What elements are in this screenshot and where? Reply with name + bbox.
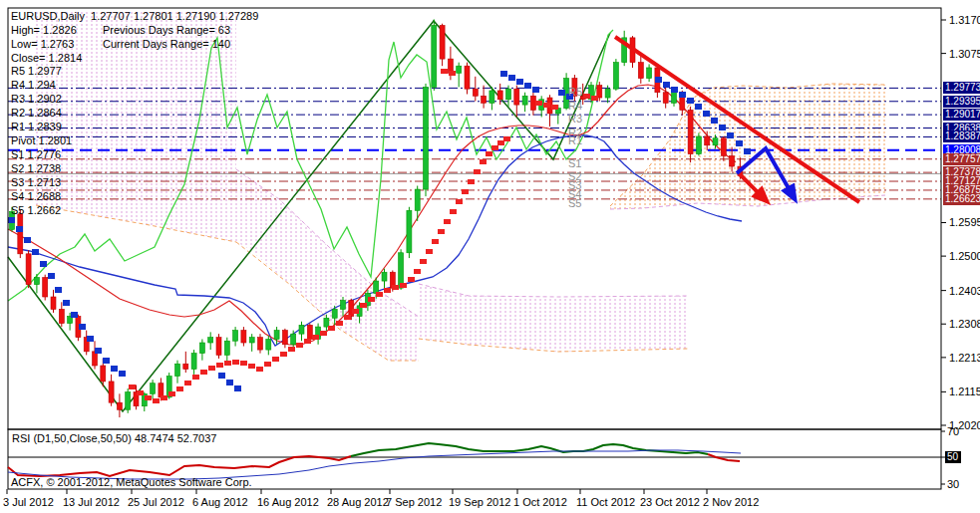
candle-body — [175, 364, 180, 376]
candle-body — [522, 96, 527, 105]
red-square-dot — [256, 367, 263, 372]
candle-body — [241, 331, 246, 343]
price-axis-label: 1.31705 — [949, 14, 980, 26]
red-square-dot — [320, 331, 327, 336]
candle-body — [672, 93, 677, 104]
red-square-dot — [426, 249, 433, 254]
blue-square-dot — [663, 82, 670, 88]
candle-body — [349, 301, 354, 317]
date-axis-label: 7 Sep 2012 — [386, 496, 442, 508]
candle-body — [258, 338, 263, 350]
candle-body — [506, 89, 511, 100]
date-axis-label: 6 Aug 2012 — [192, 496, 248, 508]
pivot-list-item: S3 1.2713 — [11, 176, 61, 188]
candle-body — [432, 25, 437, 87]
blue-square-dot — [16, 226, 23, 232]
red-square-dot — [224, 361, 231, 366]
red-square-dot — [474, 169, 481, 174]
candle-body — [299, 325, 304, 334]
blue-square-dot — [516, 79, 523, 85]
red-square-dot — [491, 145, 498, 150]
red-square-dot — [161, 395, 167, 400]
candle-body — [721, 138, 726, 156]
blue-square-dot — [687, 98, 694, 104]
red-square-dot — [216, 363, 223, 368]
red-square-dot — [441, 69, 448, 74]
blue-square-dot — [32, 249, 39, 255]
pivot-list-item: S2 1.2738 — [11, 162, 61, 174]
blue-square-dot — [711, 118, 718, 124]
blue-square-dot — [119, 371, 126, 377]
red-square-dot — [449, 71, 456, 76]
candle-body — [26, 254, 31, 285]
red-square-dot — [192, 375, 199, 380]
red-square-dot — [168, 391, 175, 396]
blue-square-dot — [655, 77, 662, 83]
price-axis-label: 1.23080 — [949, 318, 980, 330]
price-tag-s5: 1.26623 — [943, 193, 980, 205]
price-tag-s1: 1.27757 — [943, 153, 980, 165]
blue-square-dot — [695, 104, 702, 110]
gray-level-label-r4: R4 — [568, 100, 582, 112]
blue-square-dot — [736, 140, 743, 146]
candle-body — [647, 68, 652, 79]
pivot-list-item: S5 1.2662 — [11, 204, 61, 216]
red-square-dot — [535, 101, 542, 106]
date-axis-label: 28 Aug 2012 — [327, 496, 389, 508]
blue-square-dot — [79, 324, 86, 330]
price-tag-r1: 1.28387 — [943, 130, 980, 142]
red-square-dot — [296, 343, 303, 348]
candle-body — [482, 96, 487, 103]
price-tag-r3: 1.29017 — [943, 109, 980, 121]
candle-body — [415, 189, 420, 210]
price-axis-label: 1.21155 — [949, 385, 980, 397]
red-square-dot — [468, 179, 475, 184]
candle-body — [440, 25, 445, 59]
rsi-level-50-tag: 50 — [945, 451, 961, 463]
blue-square-dot — [558, 90, 565, 96]
candle-body — [613, 63, 618, 90]
pivot-list-item: R5 1.2977 — [11, 65, 62, 77]
candle-body — [249, 338, 254, 343]
red-square-dot — [438, 229, 445, 234]
blue-square-dot — [500, 71, 507, 77]
rsi-level-30: 30 — [947, 478, 959, 490]
candle-body — [473, 89, 478, 96]
pivot-list-item: R3 1.2902 — [11, 93, 62, 105]
candle-body — [638, 63, 643, 79]
price-tag-r5: 1.29773 — [943, 82, 980, 94]
red-square-dot — [344, 315, 351, 320]
red-square-dot — [400, 283, 407, 288]
pivot-list-item: R2 1.2864 — [11, 107, 62, 119]
candle-body — [713, 138, 718, 145]
candle-body — [216, 338, 221, 356]
pivot-list-item: R4 1.294 — [11, 79, 56, 91]
candle-body — [34, 278, 39, 285]
blue-square-dot — [671, 87, 678, 93]
curr-range-label: Current Days Range= 140 — [103, 38, 230, 50]
blue-square-dot — [727, 132, 734, 138]
candle-body — [399, 253, 404, 288]
blue-square-dot — [63, 300, 70, 306]
red-square-dot — [450, 209, 457, 214]
red-square-dot — [503, 136, 510, 141]
blue-square-dot — [744, 148, 751, 154]
candle-body — [490, 91, 494, 103]
red-square-dot — [392, 285, 399, 290]
blue-square-dot — [8, 217, 15, 223]
red-square-dot — [272, 357, 279, 362]
red-square-dot — [288, 347, 295, 352]
blue-square-dot — [87, 336, 94, 342]
date-axis-label: 23 Oct 2012 — [640, 496, 700, 508]
gray-level-label-r5: R5 — [568, 86, 582, 98]
red-square-dot — [129, 385, 136, 389]
ichimoku-cloud — [419, 284, 688, 352]
gray-level-label-r1: R1 — [568, 134, 582, 146]
pivot-list-item: Pivot 1.2801 — [11, 134, 72, 146]
rsi-line-red — [8, 456, 351, 476]
blue-square-dot — [524, 83, 531, 89]
blue-square-dot — [40, 261, 47, 267]
candle-body — [530, 96, 535, 110]
chart-title-ohlc: EURUSD,Daily 1.27707 1.27801 1.27190 1.2… — [11, 10, 258, 22]
candle-body — [705, 136, 710, 145]
